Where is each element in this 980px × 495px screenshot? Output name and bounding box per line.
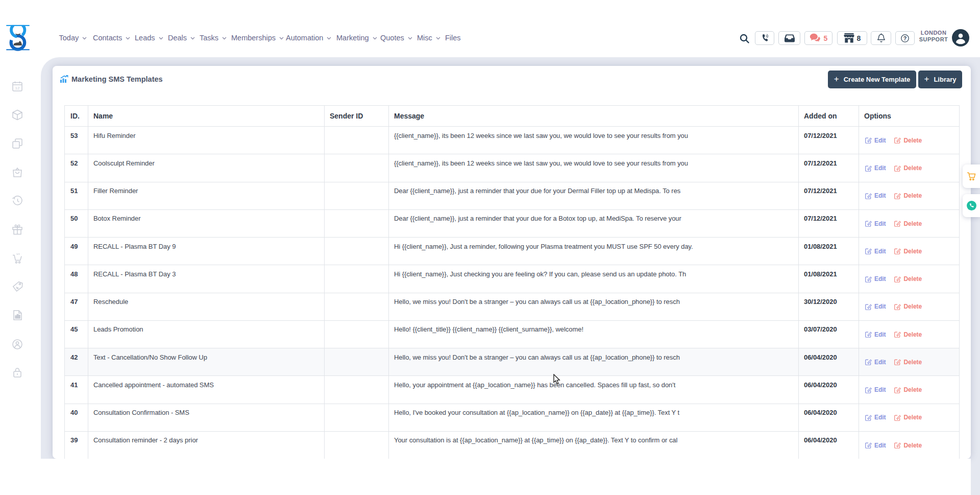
svg-text:12: 12 xyxy=(15,86,20,90)
svg-text:?: ? xyxy=(903,35,907,41)
